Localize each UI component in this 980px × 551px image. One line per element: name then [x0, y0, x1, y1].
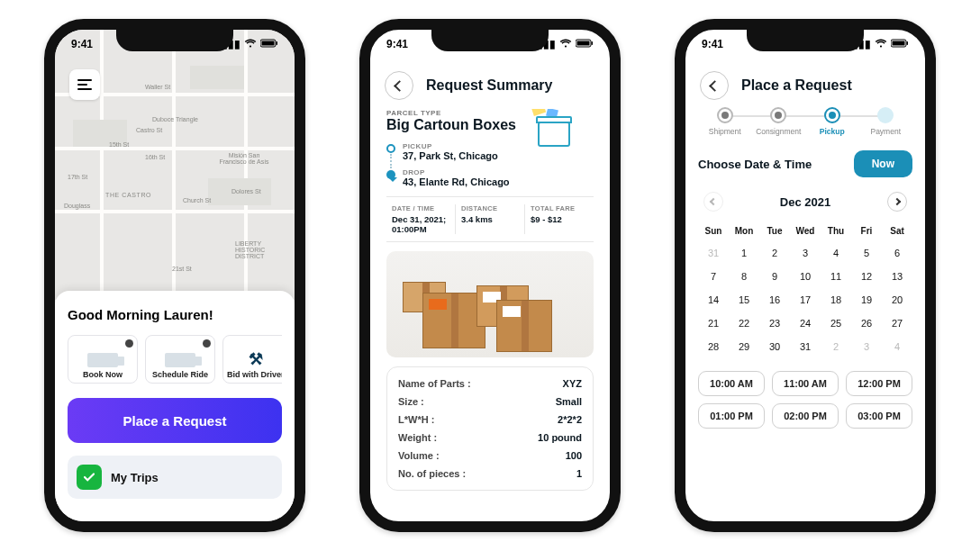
drop-row: DROP 43, Elante Rd, Chicago: [386, 168, 594, 187]
arrow-left-icon: [709, 80, 721, 92]
calendar-day[interactable]: 21: [698, 312, 729, 335]
calendar-day[interactable]: 1: [729, 241, 759, 265]
distance-value: 3.4 kms: [461, 214, 519, 224]
wifi-icon: [875, 38, 887, 50]
calendar-day[interactable]: 29: [729, 335, 759, 358]
map-street-label: Douglass: [64, 203, 90, 209]
greeting-text: Good Morning Lauren!: [68, 307, 282, 322]
truck-icon: [165, 353, 195, 367]
calendar-weekday: Mon: [729, 226, 759, 236]
map-area-label: LIBERTY HISTORIC DISTRICT: [235, 240, 280, 259]
action-schedule-ride[interactable]: Schedule Ride: [145, 335, 215, 384]
place-request-button[interactable]: Place a Request: [68, 398, 282, 443]
next-month-button[interactable]: [887, 192, 907, 212]
calendar-day[interactable]: 3: [851, 335, 882, 358]
my-trips-row[interactable]: My Trips: [68, 456, 282, 499]
my-trips-label: My Trips: [111, 471, 159, 484]
calendar-day[interactable]: 6: [882, 241, 912, 265]
calendar-day[interactable]: 19: [851, 288, 882, 312]
phone-place-request: 9:41 ▮▮▮▮ Place a Request Shipment Consi…: [675, 19, 936, 532]
distance-label: DISTANCE: [461, 204, 519, 212]
calendar-day[interactable]: 23: [759, 312, 790, 335]
calendar-day[interactable]: 10: [790, 265, 821, 288]
calendar-day[interactable]: 2: [821, 335, 851, 358]
notch: [431, 28, 549, 51]
calendar-day[interactable]: 25: [821, 312, 851, 335]
phone-request-summary: 9:41 ▮▮▮▮ Request Summary PARCEL TYPE Bi…: [359, 19, 621, 532]
time-option[interactable]: 12:00 PM: [846, 371, 912, 396]
phone-home: 9:41 ▮▮▮▮ Waller St Duboce Triangle Cast…: [44, 19, 305, 532]
home-bottom-sheet: Good Morning Lauren! Book Now Schedule R…: [55, 291, 295, 521]
calendar-day[interactable]: 9: [759, 265, 790, 288]
detail-key: No. of pieces :: [398, 468, 466, 479]
svg-rect-1: [262, 41, 275, 46]
calendar-week-row: 14151617181920: [698, 288, 912, 312]
calendar-day[interactable]: 11: [821, 265, 851, 288]
calendar-weekday: Sun: [698, 226, 729, 236]
calendar-day[interactable]: 2: [759, 241, 790, 265]
calendar-day[interactable]: 14: [698, 288, 729, 312]
calendar-day[interactable]: 7: [698, 265, 729, 288]
calendar-day[interactable]: 13: [882, 265, 912, 288]
now-button[interactable]: Now: [854, 150, 912, 177]
calendar-day[interactable]: 28: [698, 335, 729, 358]
detail-key: Volume :: [398, 450, 440, 461]
time-option[interactable]: 03:00 PM: [846, 403, 912, 429]
calendar-day[interactable]: 12: [851, 265, 882, 288]
detail-key: Size :: [398, 396, 424, 407]
calendar-day[interactable]: 18: [821, 288, 851, 312]
map-street-label: 21st St: [172, 266, 192, 272]
calendar-weekday: Sat: [882, 226, 912, 236]
step-pickup[interactable]: Pickup: [805, 107, 859, 136]
action-book-now[interactable]: Book Now: [68, 335, 138, 384]
calendar-day[interactable]: 31: [698, 241, 729, 265]
calendar-day[interactable]: 8: [729, 265, 759, 288]
status-time: 9:41: [386, 38, 408, 50]
step-shipment[interactable]: Shipment: [698, 107, 752, 136]
detail-value: 10 pound: [538, 432, 582, 443]
step-consignment[interactable]: Consignment: [752, 107, 806, 136]
calendar-day[interactable]: 31: [790, 335, 821, 358]
page-title: Request Summary: [426, 77, 553, 94]
calendar-day[interactable]: 4: [821, 241, 851, 265]
drop-address: 43, Elante Rd, Chicago: [403, 176, 510, 187]
calendar-day[interactable]: 16: [759, 288, 790, 312]
time-option[interactable]: 10:00 AM: [698, 371, 765, 396]
notch: [747, 28, 864, 51]
place-request-body: Shipment Consignment Pickup Payment Choo…: [685, 107, 925, 521]
time-option[interactable]: 01:00 PM: [698, 403, 765, 429]
time-option[interactable]: 11:00 AM: [772, 371, 839, 396]
check-circle-icon: [77, 465, 102, 490]
prev-month-button[interactable]: [703, 192, 723, 212]
calendar-day[interactable]: 3: [790, 241, 821, 265]
back-button[interactable]: [700, 71, 729, 100]
calendar-day[interactable]: 22: [729, 312, 759, 335]
calendar-weekday: Wed: [790, 226, 821, 236]
action-bid-with-driver[interactable]: ⚒ Bid with Driver: [222, 335, 282, 384]
map-street-label: 15th St: [109, 141, 129, 148]
quick-actions-row[interactable]: Book Now Schedule Ride ⚒ Bid with Driver: [68, 335, 282, 384]
calendar-day[interactable]: 15: [729, 288, 759, 312]
calendar-day[interactable]: 17: [790, 288, 821, 312]
time-option[interactable]: 02:00 PM: [772, 403, 839, 429]
pickup-pin-icon: [386, 144, 395, 153]
map-street-label: 17th St: [68, 174, 87, 180]
svg-rect-2: [277, 41, 278, 45]
page-title: Place a Request: [741, 77, 852, 94]
parcel-photo: [386, 251, 594, 357]
calendar-day[interactable]: 26: [851, 312, 882, 335]
step-label: Pickup: [805, 127, 859, 136]
drop-label: DROP: [403, 168, 510, 176]
calendar-day[interactable]: 27: [882, 312, 912, 335]
calendar-day[interactable]: 30: [759, 335, 790, 358]
calendar-day[interactable]: 20: [882, 288, 912, 312]
calendar-day[interactable]: 5: [851, 241, 882, 265]
progress-stepper: Shipment Consignment Pickup Payment: [698, 107, 912, 136]
calendar-day[interactable]: 24: [790, 312, 821, 335]
back-button[interactable]: [385, 71, 413, 100]
gavel-icon: ⚒: [249, 351, 263, 367]
menu-button[interactable]: [69, 69, 100, 100]
calendar-day[interactable]: 4: [882, 335, 912, 358]
menu-icon: [77, 79, 92, 90]
status-time: 9:41: [71, 38, 93, 50]
